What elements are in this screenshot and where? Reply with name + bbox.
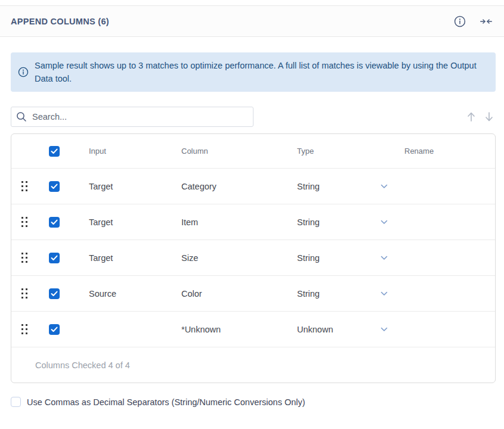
row-checkbox[interactable] bbox=[49, 288, 60, 299]
row-column-value: Category bbox=[181, 182, 297, 191]
drag-dots-icon bbox=[20, 216, 29, 228]
chevron-down-icon bbox=[381, 256, 388, 260]
row-type-value: String bbox=[297, 253, 320, 263]
arrow-up-icon[interactable] bbox=[466, 111, 476, 122]
page-title: APPEND COLUMNS (6) bbox=[11, 17, 109, 26]
drag-dots-icon bbox=[20, 323, 29, 335]
table-header-row: Input Column Type Rename bbox=[11, 134, 495, 169]
row-input-value: Target bbox=[71, 182, 181, 191]
search-row bbox=[11, 107, 496, 127]
arrow-down-icon[interactable] bbox=[484, 111, 494, 122]
row-input-value: Source bbox=[71, 289, 181, 299]
row-input-value: Target bbox=[71, 217, 181, 227]
row-checkbox[interactable] bbox=[49, 324, 60, 335]
chevron-down-icon bbox=[381, 184, 388, 189]
drag-handle[interactable] bbox=[11, 216, 38, 228]
collapse-horizontal-icon[interactable] bbox=[480, 15, 492, 27]
sample-info-banner: Sample result shows up to 3 matches to o… bbox=[11, 52, 496, 92]
table-row: Target Item String bbox=[11, 204, 495, 240]
magnifier-icon bbox=[16, 111, 27, 122]
row-type-value: String bbox=[297, 217, 320, 227]
row-column-value: Size bbox=[181, 253, 297, 263]
drag-handle[interactable] bbox=[11, 287, 38, 300]
table-row: Source Color String bbox=[11, 276, 495, 312]
row-column-value: *Unknown bbox=[181, 325, 297, 334]
col-header-type: Type bbox=[297, 147, 314, 156]
row-type-select[interactable]: String bbox=[297, 182, 392, 191]
row-checkbox[interactable] bbox=[49, 181, 60, 192]
row-checkbox[interactable] bbox=[49, 217, 60, 228]
row-type-value: Unknown bbox=[297, 325, 333, 334]
table-row: Target Size String bbox=[11, 240, 495, 276]
row-column-value: Color bbox=[181, 289, 297, 299]
chevron-down-icon bbox=[381, 327, 388, 332]
row-rename-field[interactable] bbox=[392, 312, 495, 347]
select-all-checkbox[interactable] bbox=[49, 146, 60, 157]
search-box bbox=[11, 107, 253, 127]
drag-dots-icon bbox=[20, 251, 29, 264]
table-body: Target Category String Target Item Strin… bbox=[11, 169, 495, 347]
row-rename-field[interactable] bbox=[392, 240, 495, 275]
row-type-value: String bbox=[297, 289, 320, 299]
columns-checked-status: Columns Checked 4 of 4 bbox=[11, 347, 495, 383]
row-type-value: String bbox=[297, 182, 320, 191]
row-type-select[interactable]: Unknown bbox=[297, 325, 392, 334]
drag-dots-icon bbox=[20, 180, 29, 192]
row-type-select[interactable]: String bbox=[297, 217, 392, 227]
table-row: Target Category String bbox=[11, 169, 495, 204]
use-commas-checkbox[interactable] bbox=[11, 397, 21, 407]
row-type-select[interactable]: String bbox=[297, 289, 392, 299]
drag-handle[interactable] bbox=[11, 180, 38, 192]
columns-table: Input Column Type Rename Target Category… bbox=[11, 133, 496, 383]
row-rename-field[interactable] bbox=[392, 204, 495, 240]
row-rename-field[interactable] bbox=[392, 169, 495, 204]
row-column-value: Item bbox=[181, 217, 297, 227]
table-row: *Unknown Unknown bbox=[11, 312, 495, 347]
row-input-value: Target bbox=[71, 253, 181, 263]
col-header-rename: Rename bbox=[392, 134, 495, 168]
row-type-select[interactable]: String bbox=[297, 253, 392, 263]
use-commas-label: Use Commas as Decimal Separators (String… bbox=[27, 397, 305, 407]
chevron-down-icon bbox=[381, 291, 388, 296]
decimal-separator-option: Use Commas as Decimal Separators (String… bbox=[11, 397, 496, 407]
drag-handle[interactable] bbox=[11, 323, 38, 335]
col-header-input: Input bbox=[71, 147, 181, 156]
banner-message: Sample result shows up to 3 matches to o… bbox=[35, 59, 486, 85]
drag-handle[interactable] bbox=[11, 251, 38, 264]
search-input[interactable] bbox=[11, 107, 253, 127]
col-header-column: Column bbox=[181, 147, 297, 156]
drag-dots-icon bbox=[20, 287, 29, 300]
row-checkbox[interactable] bbox=[49, 253, 60, 263]
info-circle-icon bbox=[18, 67, 29, 77]
panel-header: APPEND COLUMNS (6) bbox=[0, 5, 504, 37]
chevron-down-icon bbox=[381, 220, 388, 225]
row-rename-field[interactable] bbox=[392, 276, 495, 311]
info-circle-icon[interactable] bbox=[454, 15, 466, 27]
